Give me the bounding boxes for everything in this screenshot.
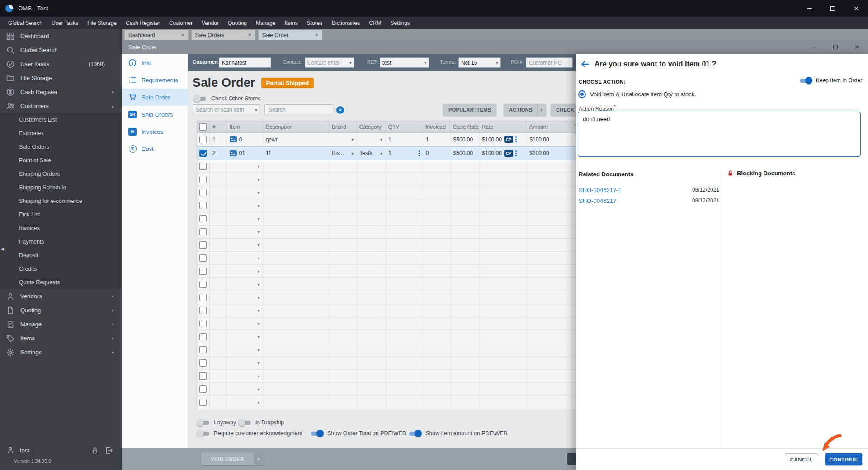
chevron-down-icon[interactable] (258, 374, 260, 379)
check-button[interactable]: CHECK (551, 104, 576, 116)
table-row-2-selected[interactable]: 2 01 11 Bis... Testk 1 0 $500.00 (197, 146, 576, 160)
sidebar-subitem[interactable]: Payments (0, 235, 122, 249)
chevron-down-icon[interactable] (258, 203, 260, 208)
tab-dashboard[interactable]: Dashboard (124, 30, 189, 40)
menubar-item[interactable]: CRM (364, 17, 386, 29)
row-checkbox[interactable] (199, 333, 207, 340)
back-arrow-icon[interactable] (580, 59, 590, 69)
row-checkbox[interactable] (199, 228, 207, 235)
row-checkbox[interactable] (199, 268, 207, 275)
select-all-checkbox[interactable] (199, 123, 207, 131)
show-item-amount-toggle[interactable] (408, 430, 422, 437)
table-row-empty[interactable] (197, 317, 576, 330)
rep-select[interactable]: test (380, 57, 429, 68)
table-row-empty[interactable] (197, 186, 576, 199)
nav-item-invoices[interactable]: Invoices (122, 123, 188, 140)
qty-cell[interactable]: 1 (386, 133, 423, 146)
sidebar-subitem[interactable]: Deposit (0, 249, 122, 262)
category-cell[interactable] (357, 133, 386, 146)
sidebar-item-dashboard[interactable]: Dashboard (0, 29, 122, 43)
cp-badge[interactable]: CP (504, 136, 513, 143)
customer-input[interactable] (219, 57, 271, 68)
sidebar-item-user-tasks[interactable]: User Tasks (1068) (0, 57, 122, 71)
row-checkbox[interactable] (199, 281, 207, 288)
close-icon[interactable] (181, 32, 184, 38)
case-rate-cell[interactable]: $500.00 (451, 133, 480, 146)
qty-cell[interactable]: 1 (386, 147, 423, 160)
sidebar-item-vendors[interactable]: Vendors (0, 289, 122, 303)
table-row-empty[interactable] (197, 239, 576, 252)
menubar-item[interactable]: Global Search (4, 17, 47, 29)
sidebar-subitem[interactable]: Pick List (0, 208, 122, 221)
logout-icon[interactable] (105, 446, 113, 454)
chevron-down-icon[interactable] (258, 308, 260, 313)
contact-select[interactable]: Contact email (305, 57, 354, 68)
window-maximize-button[interactable] (821, 0, 844, 17)
chevron-down-icon[interactable] (258, 321, 260, 326)
check-other-stores-toggle[interactable] (193, 95, 207, 102)
case-rate-cell[interactable]: $500.00 (451, 147, 480, 160)
row-checkbox[interactable] (199, 294, 207, 301)
document-link[interactable]: SHO-0046217 (579, 197, 616, 204)
menubar-item[interactable]: Cash Register (121, 17, 165, 29)
cp-badge[interactable]: CP (504, 150, 513, 157)
menubar-item[interactable]: Items (280, 17, 302, 29)
table-row-empty[interactable] (197, 252, 576, 265)
row-checkbox[interactable] (199, 189, 207, 196)
popular-items-button[interactable]: POPULAR ITEMS (443, 104, 496, 116)
table-row-empty[interactable] (197, 212, 576, 226)
sidebar-subitem[interactable]: Shipping Orders (0, 167, 122, 181)
category-cell[interactable]: Testk (357, 147, 386, 160)
nav-item-cost[interactable]: Cost (122, 140, 188, 157)
chevron-down-icon[interactable] (258, 243, 260, 248)
chevron-down-icon[interactable] (258, 387, 260, 392)
chevron-down-icon[interactable] (258, 282, 260, 287)
sidebar-subitem[interactable]: Credits (0, 262, 122, 276)
sidebar-item-manage[interactable]: Manage (0, 317, 122, 331)
chevron-down-icon[interactable] (258, 361, 260, 366)
sidebar-subitem[interactable]: Invoices (0, 221, 122, 235)
window-minimize-button[interactable] (797, 0, 821, 17)
table-row-empty[interactable] (197, 265, 576, 278)
table-row-empty[interactable] (197, 370, 576, 383)
table-row-empty[interactable] (197, 160, 576, 173)
item-cell[interactable]: 01 (227, 147, 263, 160)
chevron-down-icon[interactable] (258, 230, 260, 235)
row-checkbox[interactable] (199, 385, 207, 393)
table-row-empty[interactable] (197, 343, 576, 357)
close-icon[interactable] (846, 40, 868, 54)
sidebar-item-cash-register[interactable]: Cash Register (0, 85, 122, 99)
row-menu-icon[interactable] (419, 150, 420, 156)
actions-dropdown[interactable] (537, 104, 546, 116)
close-icon[interactable] (315, 32, 318, 38)
terms-select[interactable]: Net 15 (458, 57, 501, 68)
row-menu-icon[interactable] (515, 150, 517, 156)
chevron-down-icon[interactable] (258, 269, 260, 274)
document-link[interactable]: SHO-0046217-1 (579, 187, 622, 193)
row-checkbox[interactable] (199, 399, 207, 406)
brand-cell[interactable]: Bis... (329, 147, 357, 160)
chevron-down-icon[interactable] (258, 216, 260, 221)
sidebar-item-file-storage[interactable]: File Storage (0, 71, 122, 85)
sidebar-subitem[interactable]: Shipping for e-commerce (0, 194, 122, 208)
sidebar-item-quoting[interactable]: Quoting (0, 303, 122, 317)
chevron-down-icon[interactable] (258, 256, 260, 261)
nav-item-requirements[interactable]: Requirements (122, 71, 188, 89)
chevron-down-icon[interactable] (258, 177, 260, 182)
menubar-item[interactable]: User Tasks (47, 17, 83, 29)
sidebar-item-customers[interactable]: Customers (0, 99, 122, 113)
chevron-down-icon[interactable] (380, 137, 382, 142)
po-input[interactable] (526, 57, 573, 68)
item-cell[interactable]: 0 (227, 133, 263, 146)
sidebar-subitem[interactable]: Shipping Schedule (0, 181, 122, 194)
chevron-down-icon[interactable] (258, 348, 260, 352)
row-checkbox[interactable] (199, 359, 207, 367)
table-row-empty[interactable] (197, 383, 576, 396)
minimize-icon[interactable] (803, 40, 825, 54)
rate-cell[interactable]: $100.00 CP (480, 133, 527, 146)
brand-cell[interactable] (329, 133, 357, 146)
menubar-item[interactable]: Settings (386, 17, 414, 29)
sidebar-subitem[interactable]: Customers List (0, 113, 122, 127)
is-dropship-toggle[interactable] (238, 419, 252, 426)
row-checkbox[interactable] (199, 215, 207, 222)
